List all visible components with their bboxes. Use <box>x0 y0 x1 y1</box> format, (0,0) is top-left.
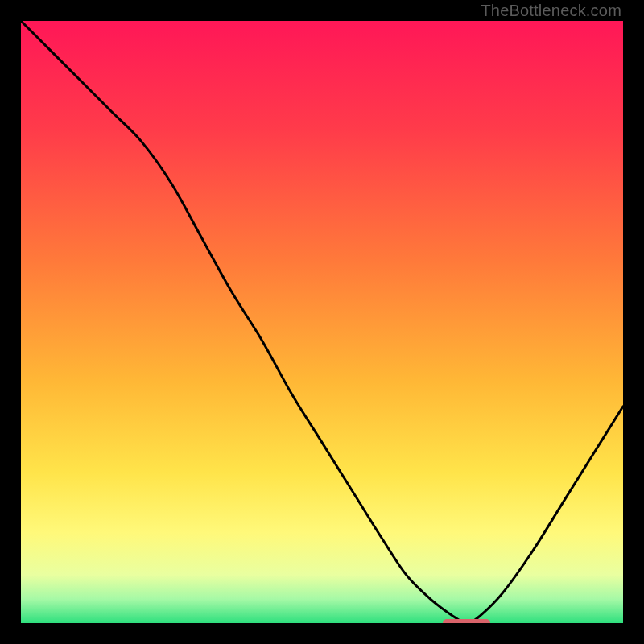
chart-frame <box>19 19 625 625</box>
chart-background-gradient <box>21 21 623 623</box>
optimal-range-marker <box>443 619 491 625</box>
watermark-text: TheBottleneck.com <box>481 2 621 20</box>
